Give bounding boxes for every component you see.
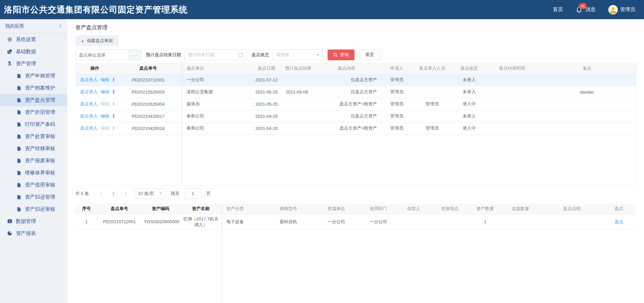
page-size-select[interactable]: 10 条/页 xyxy=(135,188,166,199)
cell-applicant: 管理员 xyxy=(382,98,412,110)
inventory-status-label: 盘点状态 xyxy=(252,52,269,58)
sidebar-item-maintenance-audit[interactable]: 维修保养审核 xyxy=(0,167,67,179)
cell-status: 录入中 xyxy=(452,122,486,134)
page-number-1[interactable]: 1 xyxy=(109,191,118,196)
cell-order-no: PD20210420018 xyxy=(114,122,182,134)
document-icon xyxy=(16,182,22,188)
inventory-unit-input[interactable] xyxy=(75,49,129,60)
col-header-model: 规格型号 xyxy=(262,204,314,214)
cell-qty: 1 xyxy=(471,214,499,229)
reset-button[interactable]: 重置 xyxy=(359,49,380,60)
col-header-actual-qty: 实盘数量 xyxy=(499,204,541,214)
nav-messages[interactable]: 41 消息 xyxy=(576,6,596,14)
asset-detail-table: 序号 盘点单号 资产编码 资产名称 资产分类 规格型号 所属单位 使用部门 保管… xyxy=(75,204,636,303)
document-icon xyxy=(16,122,22,127)
entry-link[interactable]: 盘点录入 xyxy=(80,77,98,82)
col-header-keeper: 保管人 xyxy=(399,204,429,214)
entry-link[interactable]: 盘点录入 xyxy=(80,126,98,131)
cell-using-dept: 一分公司 xyxy=(358,214,399,229)
col-header-date: 盘点日期 xyxy=(251,63,282,74)
prev-page-button[interactable] xyxy=(97,189,106,198)
entry-link[interactable]: 盘点录入 xyxy=(80,101,98,106)
sidebar-item-asset-scrap-audit[interactable]: 资产报废审核 xyxy=(0,155,67,167)
col-header-recorder: 盘点录入人员 xyxy=(412,63,452,74)
sidebar-item-asset-borrow-audit[interactable]: 资产借用审核 xyxy=(0,179,67,191)
delete-link[interactable]: 删除 xyxy=(112,113,114,119)
gear-icon xyxy=(7,37,12,42)
delete-link-disabled: 删除 xyxy=(112,101,114,106)
cell-date: 2021-04-20 xyxy=(251,122,282,134)
inventory-status-select[interactable]: 请选择 xyxy=(272,49,323,60)
inventory-row: 盘点录入编辑删除 PD20210525004 媒体办 2021-05-25 盘点… xyxy=(75,98,636,110)
create-inventory-button[interactable]: 创建盘点单据 xyxy=(75,35,119,46)
sidebar-item-asset-purchase[interactable]: 资产申购管理 xyxy=(0,70,67,82)
sidebar-item-system-settings[interactable]: 系统设置 xyxy=(0,33,67,45)
edit-link[interactable]: 编辑 xyxy=(101,89,109,94)
ellipsis-icon xyxy=(132,53,138,58)
cell-date: 2021-05-25 xyxy=(251,86,282,98)
cell-model: 新科挂机 xyxy=(262,214,314,229)
cell-content: 仅盘点主资产 xyxy=(311,86,382,98)
sidebar-item-asset-management[interactable]: 资产管理 xyxy=(0,58,67,70)
sidebar-item-asset-inventory[interactable]: 资产盘点管理 xyxy=(0,94,67,106)
sidebar-item-asset-reports[interactable]: 资产报表 xyxy=(0,227,67,239)
unit-picker-more-button[interactable] xyxy=(129,49,141,60)
cell-remark xyxy=(538,74,636,86)
edit-link-disabled: 编辑 xyxy=(101,101,109,106)
end-date-input[interactable]: 预计结束日期 xyxy=(184,49,247,60)
sidebar-item-asset-return-audit[interactable]: 资产归还审核 xyxy=(0,203,67,215)
jump-to-page-input[interactable] xyxy=(184,188,201,199)
col-header-category: 资产分类 xyxy=(222,204,262,214)
delete-link[interactable]: 删除 xyxy=(112,77,114,82)
edit-link[interactable]: 编辑 xyxy=(101,113,109,119)
filter-toolbar: 预计盘点结束日期 预计结束日期 盘点状态 请选择 查询 重置 xyxy=(75,49,636,60)
col-header-asset-code: 资产编码 xyxy=(141,204,180,214)
cell-status: 未录入 xyxy=(452,110,486,122)
search-button[interactable]: 查询 xyxy=(328,49,354,60)
plus-icon xyxy=(81,38,84,44)
pie-chart-icon xyxy=(7,231,12,236)
sidebar-item-print-barcode[interactable]: 打印资产条码 xyxy=(0,118,67,130)
app-header: 洛阳市公共交通集团有限公司固定资产管理系统 首页 41 消息 xyxy=(0,0,644,19)
document-icon xyxy=(16,73,22,79)
page-title: 资产盘点管理 xyxy=(75,24,636,31)
cell-recorder: 管理员 xyxy=(412,98,452,110)
document-icon xyxy=(16,170,22,176)
page-unit-label: 页 xyxy=(206,191,211,197)
database-icon xyxy=(7,49,12,55)
nav-home-label: 首页 xyxy=(553,6,563,13)
cell-order-no: PD20210712001 xyxy=(98,214,141,229)
entry-link[interactable]: 盘点录入 xyxy=(80,89,98,94)
cell-status: 录入中 xyxy=(452,98,486,110)
nav-user[interactable]: 管理员 xyxy=(608,5,635,14)
col-header-applicant: 申请人 xyxy=(382,63,412,74)
sidebar-item-asset-archive[interactable]: 资产档案维护 xyxy=(0,82,67,94)
sidebar-item-asset-return-management[interactable]: 资产归还管理 xyxy=(0,191,67,203)
table-header-row: 序号 盘点单号 资产编码 资产名称 资产分类 规格型号 所属单位 使用部门 保管… xyxy=(75,204,636,214)
edit-link[interactable]: 编辑 xyxy=(101,77,109,82)
nav-user-label: 管理员 xyxy=(620,6,635,13)
nav-home[interactable]: 首页 xyxy=(553,6,563,13)
delete-link[interactable]: 删除 xyxy=(112,89,114,94)
sidebar-item-base-data[interactable]: 基础数据 xyxy=(0,45,67,58)
app-title: 洛阳市公共交通集团有限公司固定资产管理系统 xyxy=(0,4,188,15)
collapse-sidebar-icon[interactable] xyxy=(59,24,63,28)
cell-end-time xyxy=(486,86,538,98)
entry-link[interactable]: 盘点录入 xyxy=(80,113,98,119)
sidebar-item-asset-disposal-audit[interactable]: 资产处置审核 xyxy=(0,130,67,142)
cell-end-time xyxy=(486,122,538,134)
chevron-right-icon xyxy=(124,192,127,195)
inventory-action-link[interactable]: 盘点 xyxy=(615,219,623,224)
sidebar-item-data-management[interactable]: 数据管理 xyxy=(0,215,67,227)
sidebar-item-asset-transfer-audit[interactable]: 资产转移审核 xyxy=(0,142,67,155)
data-box-icon xyxy=(7,218,12,224)
col-header-end-time: 盘点结束时间 xyxy=(486,63,538,74)
cell-actual-qty xyxy=(499,214,541,229)
cell-content: 仅盘点主资产 xyxy=(311,74,382,86)
sidebar: 我的应用 系统设置 基础数据 资产管理 资产申购管理 资产档案维护 资产盘点管理… xyxy=(0,19,67,303)
col-header-unit: 盘点单位 xyxy=(182,63,251,74)
chevron-down-icon xyxy=(316,54,319,56)
next-page-button[interactable] xyxy=(120,189,130,198)
avatar xyxy=(608,5,618,14)
sidebar-item-asset-depreciation[interactable]: 资产折旧管理 xyxy=(0,106,67,118)
